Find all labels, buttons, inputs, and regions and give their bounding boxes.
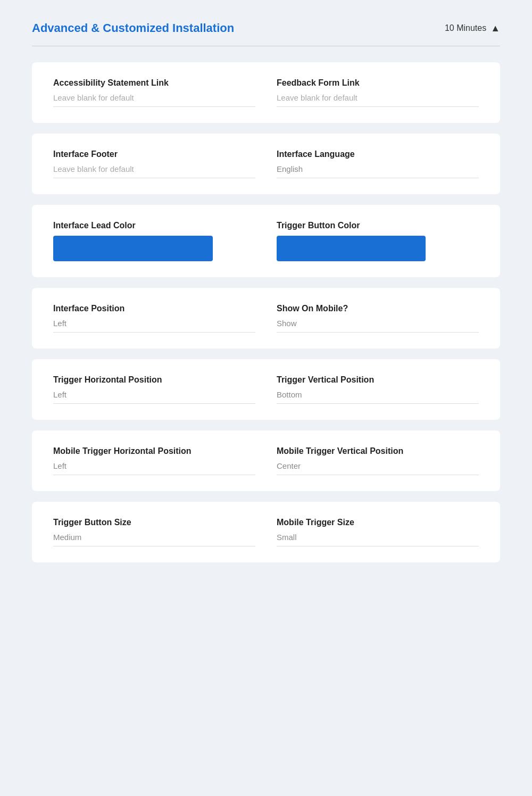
field-feedback-form-link: Feedback Form Link Leave blank for defau… [277,78,479,107]
section-trigger-sizes: Trigger Button Size Medium Mobile Trigge… [32,502,500,562]
trigger-horizontal-position-label: Trigger Horizontal Position [53,375,255,385]
header-divider [32,46,500,46]
mobile-trigger-horizontal-position-value[interactable]: Left [53,461,255,475]
trigger-button-size-label: Trigger Button Size [53,518,255,527]
header: Advanced & Customized Installation 10 Mi… [32,21,500,35]
section-trigger-positions: Trigger Horizontal Position Left Trigger… [32,359,500,420]
accessibility-statement-link-value[interactable]: Leave blank for default [53,93,255,107]
trigger-vertical-position-value[interactable]: Bottom [277,390,479,404]
feedback-form-link-value[interactable]: Leave blank for default [277,93,479,107]
mobile-trigger-horizontal-position-label: Mobile Trigger Horizontal Position [53,446,255,456]
position-mobile-grid: Interface Position Left Show On Mobile? … [53,304,479,333]
trigger-horizontal-position-value[interactable]: Left [53,390,255,404]
field-interface-footer: Interface Footer Leave blank for default [53,150,255,178]
field-interface-position: Interface Position Left [53,304,255,333]
trigger-button-color-swatch[interactable] [277,236,426,261]
interface-position-label: Interface Position [53,304,255,313]
mobile-trigger-size-value[interactable]: Small [277,533,479,546]
page-title: Advanced & Customized Installation [32,21,234,35]
trigger-sizes-grid: Trigger Button Size Medium Mobile Trigge… [53,518,479,546]
section-colors: Interface Lead Color Trigger Button Colo… [32,205,500,277]
accessibility-statement-link-label: Accessibility Statement Link [53,78,255,88]
trigger-button-size-value[interactable]: Medium [53,533,255,546]
mobile-trigger-size-label: Mobile Trigger Size [277,518,479,527]
field-interface-language: Interface Language English [277,150,479,178]
chevron-up-icon[interactable]: ▲ [491,23,500,34]
interface-language-label: Interface Language [277,150,479,159]
field-mobile-trigger-size: Mobile Trigger Size Small [277,518,479,546]
section-mobile-trigger-positions: Mobile Trigger Horizontal Position Left … [32,430,500,491]
interface-position-value[interactable]: Left [53,319,255,333]
mobile-trigger-positions-grid: Mobile Trigger Horizontal Position Left … [53,446,479,475]
field-mobile-trigger-vertical-position: Mobile Trigger Vertical Position Center [277,446,479,475]
trigger-button-color-label: Trigger Button Color [277,221,479,230]
interface-lead-color-label: Interface Lead Color [53,221,255,230]
section-footer-language: Interface Footer Leave blank for default… [32,134,500,194]
time-label: 10 Minutes [445,23,486,33]
trigger-vertical-position-label: Trigger Vertical Position [277,375,479,385]
section-position-mobile: Interface Position Left Show On Mobile? … [32,288,500,349]
mobile-trigger-vertical-position-label: Mobile Trigger Vertical Position [277,446,479,456]
interface-footer-value[interactable]: Leave blank for default [53,164,255,178]
field-show-on-mobile: Show On Mobile? Show [277,304,479,333]
footer-language-grid: Interface Footer Leave blank for default… [53,150,479,178]
feedback-form-link-label: Feedback Form Link [277,78,479,88]
field-mobile-trigger-horizontal-position: Mobile Trigger Horizontal Position Left [53,446,255,475]
section-links: Accessibility Statement Link Leave blank… [32,62,500,123]
field-trigger-horizontal-position: Trigger Horizontal Position Left [53,375,255,404]
show-on-mobile-label: Show On Mobile? [277,304,479,313]
field-accessibility-statement-link: Accessibility Statement Link Leave blank… [53,78,255,107]
field-trigger-vertical-position: Trigger Vertical Position Bottom [277,375,479,404]
trigger-positions-grid: Trigger Horizontal Position Left Trigger… [53,375,479,404]
interface-language-value[interactable]: English [277,164,479,178]
interface-footer-label: Interface Footer [53,150,255,159]
links-grid: Accessibility Statement Link Leave blank… [53,78,479,107]
field-interface-lead-color: Interface Lead Color [53,221,255,261]
show-on-mobile-value[interactable]: Show [277,319,479,333]
colors-grid: Interface Lead Color Trigger Button Colo… [53,221,479,261]
mobile-trigger-vertical-position-value[interactable]: Center [277,461,479,475]
header-time-container: 10 Minutes ▲ [445,23,500,34]
field-trigger-button-size: Trigger Button Size Medium [53,518,255,546]
interface-lead-color-swatch[interactable] [53,236,213,261]
page-container: Advanced & Customized Installation 10 Mi… [0,0,532,796]
field-trigger-button-color: Trigger Button Color [277,221,479,261]
